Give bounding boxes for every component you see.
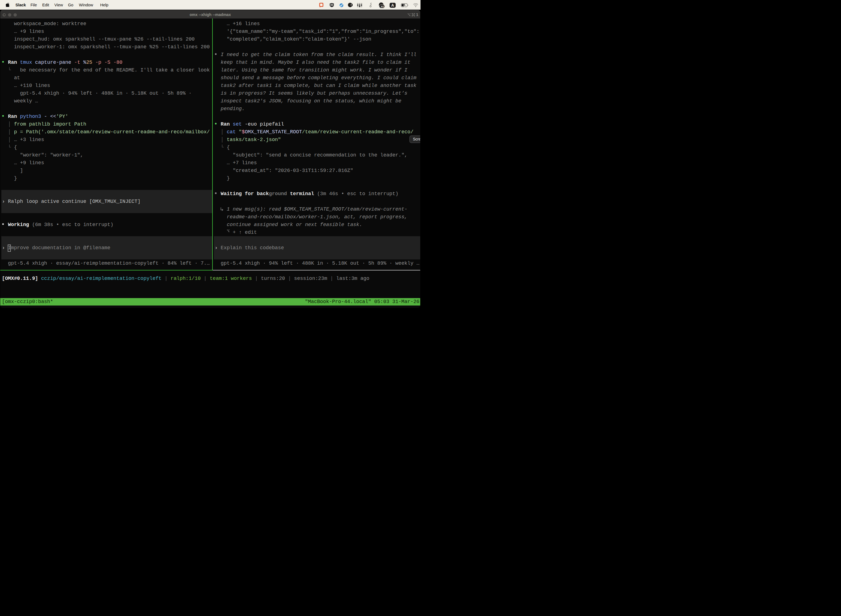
- svg-text:..61: ..61: [379, 5, 384, 8]
